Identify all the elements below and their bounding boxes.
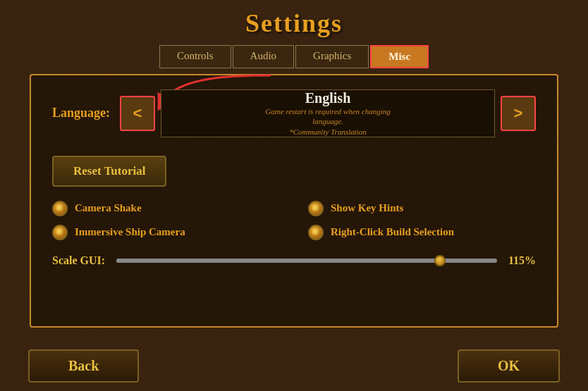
language-note: Game restart is required when changing l…: [265, 106, 391, 137]
language-next-button[interactable]: >: [501, 96, 536, 131]
language-display: English Game restart is required when ch…: [161, 89, 495, 137]
language-prev-button[interactable]: <: [120, 96, 155, 131]
tabs-container: Controls Audio Graphics Misc: [159, 45, 429, 68]
right-click-build-label: Right-Click Build Selection: [331, 226, 454, 238]
scale-gui-row: Scale GUI: 115%: [52, 254, 536, 267]
immersive-ship-camera-toggle[interactable]: [52, 225, 68, 240]
language-value: English: [305, 90, 350, 106]
option-immersive-ship-camera[interactable]: Immersive Ship Camera: [52, 225, 280, 240]
camera-shake-label: Camera Shake: [75, 202, 142, 214]
reset-tutorial-container: Reset Tutorial: [52, 144, 536, 201]
reset-tutorial-button[interactable]: Reset Tutorial: [52, 156, 166, 187]
ok-button[interactable]: OK: [458, 349, 560, 383]
tab-misc[interactable]: Misc: [370, 45, 429, 68]
page-title: Settings: [245, 8, 343, 38]
show-key-hints-label: Show Key Hints: [331, 202, 403, 214]
right-click-build-toggle[interactable]: [308, 225, 324, 240]
bottom-bar: Back OK: [0, 341, 588, 391]
tab-controls[interactable]: Controls: [159, 45, 231, 68]
option-camera-shake[interactable]: Camera Shake: [52, 201, 280, 216]
camera-shake-toggle[interactable]: [52, 201, 68, 216]
scale-gui-label: Scale GUI:: [52, 254, 105, 267]
back-button[interactable]: Back: [28, 349, 139, 383]
language-row: Language: < English Game restart is requ…: [52, 89, 536, 137]
scale-gui-value: 115%: [508, 254, 536, 267]
scale-gui-slider[interactable]: [116, 259, 497, 263]
scale-gui-fill: [116, 259, 440, 263]
scale-gui-thumb[interactable]: [434, 255, 446, 266]
immersive-ship-camera-label: Immersive Ship Camera: [75, 226, 185, 238]
language-label: Language:: [52, 106, 110, 120]
tab-audio[interactable]: Audio: [233, 45, 295, 68]
option-show-key-hints[interactable]: Show Key Hints: [308, 201, 536, 216]
tab-graphics[interactable]: Graphics: [295, 45, 369, 68]
option-right-click-build[interactable]: Right-Click Build Selection: [308, 225, 536, 240]
options-grid: Camera Shake Show Key Hints Immersive Sh…: [52, 201, 536, 240]
show-key-hints-toggle[interactable]: [308, 201, 324, 216]
main-panel: Language: < English Game restart is requ…: [30, 74, 558, 328]
